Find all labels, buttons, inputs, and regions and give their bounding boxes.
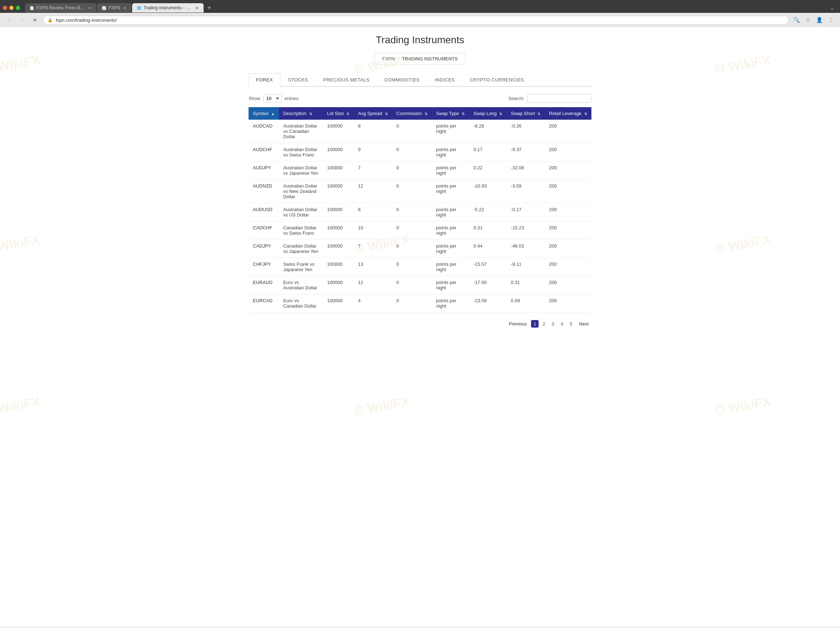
entries-label: entries bbox=[285, 96, 298, 101]
col-commission[interactable]: Commission ⇅ bbox=[392, 107, 432, 120]
cell-swap-type: points per night bbox=[432, 294, 469, 313]
tab-forex[interactable]: FOREX bbox=[249, 73, 280, 87]
search-input[interactable] bbox=[527, 94, 591, 103]
tab-stocks[interactable]: STOCKS bbox=[280, 73, 315, 87]
cell-symbol: AUDNZD bbox=[249, 180, 279, 203]
cell-commission: 0 bbox=[392, 276, 432, 294]
col-lot-size[interactable]: Lot Size ⇅ bbox=[323, 107, 354, 120]
cell-lot-size: 100000 bbox=[323, 143, 354, 161]
col-description[interactable]: Description ⇅ bbox=[279, 107, 323, 120]
maximize-window-button[interactable] bbox=[16, 6, 20, 10]
cell-avg-spread: 7 bbox=[354, 240, 392, 258]
table-body: AUDCAD Australian Dollar vs Canadian Dol… bbox=[249, 120, 591, 313]
entries-select[interactable]: 10 25 50 100 bbox=[263, 94, 282, 103]
pagination-page-5[interactable]: 5 bbox=[567, 320, 575, 327]
reload-button[interactable]: ✕ bbox=[30, 15, 40, 25]
cell-lot-size: 100000 bbox=[323, 180, 354, 203]
tab-commodities[interactable]: COMMODITIES bbox=[377, 73, 428, 87]
cell-lot-size: 100000 bbox=[323, 203, 354, 221]
cell-retail-leverage: 200 bbox=[545, 120, 591, 143]
cell-swap-type: points per night bbox=[432, 143, 469, 161]
cell-swap-type: points per night bbox=[432, 180, 469, 203]
cell-swap-short: -0.26 bbox=[507, 120, 545, 143]
cell-swap-long: -23.58 bbox=[469, 294, 507, 313]
tab-indices[interactable]: INDICES bbox=[427, 73, 462, 87]
table-row: EURAUD Euro vs Australian Dollar 100000 … bbox=[249, 276, 591, 294]
browser-tab-fxpn[interactable]: 📈 FXPN ✕ bbox=[97, 3, 131, 13]
col-retail-leverage[interactable]: Retail Leverage ⇅ bbox=[545, 107, 591, 120]
cell-commission: 0 bbox=[392, 294, 432, 313]
cell-avg-spread: 10 bbox=[354, 221, 392, 240]
table-row: CADJPY Canadian Dollar vs Japanese Yen 1… bbox=[249, 240, 591, 258]
cell-avg-spread: 12 bbox=[354, 276, 392, 294]
pagination-page-4[interactable]: 4 bbox=[558, 320, 566, 327]
watermark: ⊙ WikiFX bbox=[0, 232, 41, 257]
minimize-window-button[interactable] bbox=[9, 6, 14, 10]
table-row: AUDCHF Australian Dollar vs Swiss Franc … bbox=[249, 143, 591, 161]
cell-swap-type: points per night bbox=[432, 203, 469, 221]
col-symbol[interactable]: Symbol ▲ bbox=[249, 107, 279, 120]
show-label: Show bbox=[249, 96, 261, 101]
back-button[interactable]: ‹ bbox=[4, 15, 14, 25]
sort-icon-retail-leverage: ⇅ bbox=[584, 112, 587, 116]
pagination-next[interactable]: Next bbox=[576, 320, 591, 328]
col-avg-spread[interactable]: Avg Spread ⇅ bbox=[354, 107, 392, 120]
pagination-page-3[interactable]: 3 bbox=[549, 320, 557, 327]
pagination-page-1[interactable]: 1 bbox=[531, 320, 538, 327]
search-container: Search: bbox=[508, 94, 591, 103]
table-row: AUDCAD Australian Dollar vs Canadian Dol… bbox=[249, 120, 591, 143]
browser-tab-trading-instruments[interactable]: 🌐 Trading Instruments – FXPN ✕ bbox=[132, 3, 204, 13]
cell-lot-size: 100000 bbox=[323, 240, 354, 258]
cell-retail-leverage: 200 bbox=[545, 276, 591, 294]
browser-tab-bar: 📄 FXPN Review, Forex Broker&... ✕ 📈 FXPN… bbox=[0, 0, 840, 13]
tab-title-2: FXPN bbox=[109, 5, 120, 10]
cell-symbol: AUDJPY bbox=[249, 161, 279, 180]
cell-commission: 0 bbox=[392, 180, 432, 203]
cell-lot-size: 100000 bbox=[323, 221, 354, 240]
tab-close-2[interactable]: ✕ bbox=[122, 5, 127, 10]
breadcrumb-parent[interactable]: FXPN bbox=[382, 56, 395, 62]
forward-button[interactable]: › bbox=[17, 15, 27, 25]
tab-overflow-button[interactable]: ⌄ bbox=[827, 3, 837, 12]
address-bar[interactable]: 🔒 fxpn.com/trading-instruments/ bbox=[43, 16, 789, 25]
table-controls: Show 10 25 50 100 entries Search: bbox=[249, 94, 591, 103]
show-entries-control: Show 10 25 50 100 entries bbox=[249, 94, 298, 103]
cell-lot-size: 100000 bbox=[323, 276, 354, 294]
cell-commission: 0 bbox=[392, 221, 432, 240]
close-window-button[interactable] bbox=[3, 6, 7, 10]
cell-retail-leverage: 200 bbox=[545, 203, 591, 221]
sort-icon-swap-long: ⇅ bbox=[499, 112, 502, 116]
cell-swap-type: points per night bbox=[432, 221, 469, 240]
main-content: Trading Instruments FXPN › TRADING INSTR… bbox=[242, 27, 598, 342]
browser-tab-fxpn-review[interactable]: 📄 FXPN Review, Forex Broker&... ✕ bbox=[25, 3, 96, 13]
bookmark-button[interactable]: ☆ bbox=[803, 15, 813, 25]
pagination-page-2[interactable]: 2 bbox=[540, 320, 548, 327]
col-swap-type[interactable]: Swap Type ⇅ bbox=[432, 107, 469, 120]
tab-title-3: Trading Instruments – FXPN bbox=[144, 5, 192, 10]
watermark: ⊙ WikiFX bbox=[713, 232, 772, 257]
cell-swap-short: -3.59 bbox=[507, 180, 545, 203]
tab-close-3[interactable]: ✕ bbox=[194, 5, 199, 10]
table-row: AUDJPY Australian Dollar vs Japanese Yen… bbox=[249, 161, 591, 180]
col-swap-short[interactable]: Swap Short ⇅ bbox=[507, 107, 545, 120]
table-row: EURCAD Euro vs Canadian Dollar 100000 4 … bbox=[249, 294, 591, 313]
search-label: Search: bbox=[508, 96, 524, 101]
cell-lot-size: 100000 bbox=[323, 120, 354, 143]
search-button[interactable]: 🔍 bbox=[791, 15, 801, 25]
cell-lot-size: 100000 bbox=[323, 294, 354, 313]
tab-precious-metals[interactable]: PRECIOUS METALS bbox=[316, 73, 377, 87]
sort-icon-commission: ⇅ bbox=[425, 112, 428, 116]
watermark: ⊙ WikiFX bbox=[0, 394, 41, 419]
tab-crypto[interactable]: CRYPTO CURRENCIES bbox=[462, 73, 531, 87]
cell-swap-long: 0.31 bbox=[469, 221, 507, 240]
cell-swap-short: -32.08 bbox=[507, 161, 545, 180]
cell-symbol: AUDCHF bbox=[249, 143, 279, 161]
new-tab-button[interactable]: + bbox=[204, 3, 214, 13]
pagination-prev[interactable]: Previous bbox=[506, 320, 530, 328]
tab-close-1[interactable]: ✕ bbox=[87, 5, 92, 10]
col-swap-long[interactable]: Swap Long ⇅ bbox=[469, 107, 507, 120]
cell-swap-short: 0.59 bbox=[507, 294, 545, 313]
table-header-row: Symbol ▲ Description ⇅ Lot Size ⇅ Avg Sp… bbox=[249, 107, 591, 120]
menu-button[interactable]: ⋮ bbox=[826, 15, 836, 25]
profile-button[interactable]: 👤 bbox=[814, 15, 824, 25]
